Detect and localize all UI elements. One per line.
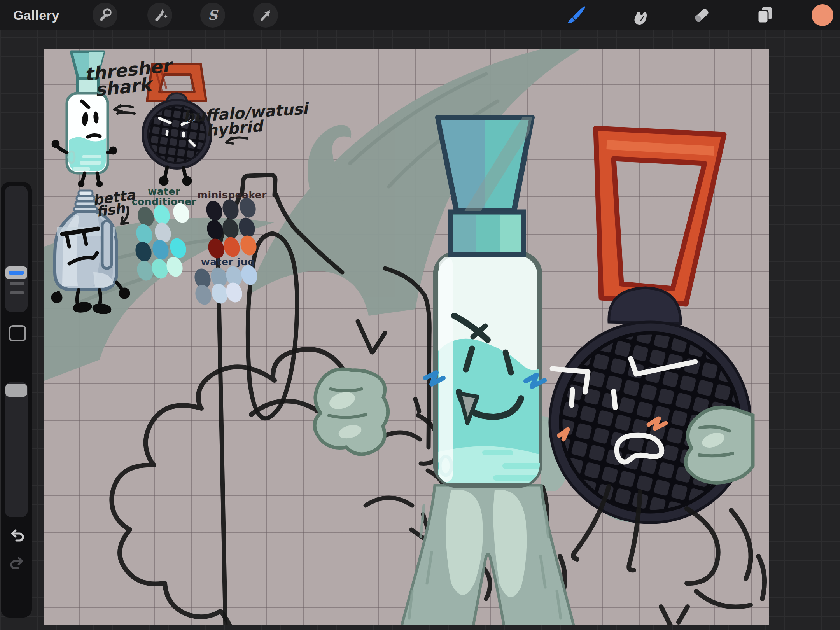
smudge-finger-icon: [627, 4, 650, 26]
smudge-tool-button[interactable]: [626, 2, 651, 28]
opacity-slider[interactable]: [5, 382, 28, 517]
top-toolbar: Gallery S: [0, 0, 840, 30]
selection-button[interactable]: S: [200, 3, 225, 28]
opacity-handle[interactable]: [5, 384, 27, 397]
color-button[interactable]: [810, 2, 835, 28]
wrench-icon: [97, 7, 113, 23]
drawing-canvas[interactable]: [44, 49, 769, 625]
gallery-button[interactable]: Gallery: [13, 8, 60, 23]
magic-wand-icon: [152, 7, 168, 23]
paintbrush-icon: [564, 4, 587, 26]
brush-size-handle[interactable]: [5, 266, 27, 279]
undo-button[interactable]: [9, 527, 26, 544]
redo-icon: [9, 555, 26, 572]
current-color-swatch: [812, 4, 833, 26]
slider-tick: [10, 282, 24, 285]
transform-button[interactable]: [253, 3, 278, 28]
slider-accent-dash: [9, 271, 24, 275]
layers-icon: [753, 4, 776, 26]
slider-tick: [10, 291, 24, 294]
actions-button[interactable]: [93, 3, 117, 28]
modify-button[interactable]: [9, 325, 26, 341]
erase-tool-button[interactable]: [689, 2, 714, 28]
adjustments-button[interactable]: [147, 3, 172, 28]
transform-arrow-icon: [258, 7, 273, 23]
redo-button[interactable]: [9, 555, 26, 572]
layers-button[interactable]: [752, 2, 777, 28]
procreate-app: Gallery S: [0, 0, 840, 630]
undo-icon: [9, 527, 26, 544]
selection-s-icon: S: [208, 7, 218, 23]
paint-tool-button[interactable]: [563, 2, 588, 28]
eraser-icon: [690, 4, 713, 26]
sidebar: [1, 182, 32, 618]
